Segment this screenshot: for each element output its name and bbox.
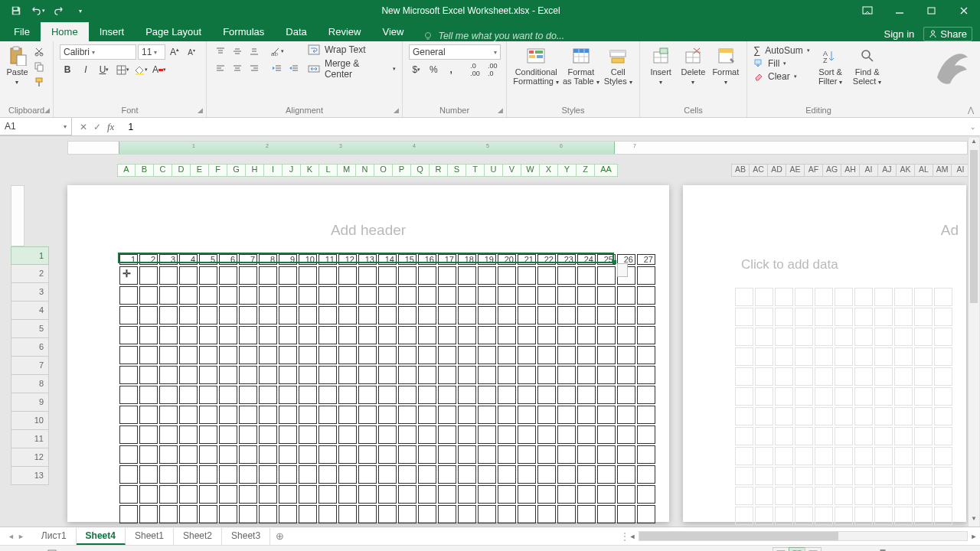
cell[interactable]	[239, 266, 257, 285]
tab-insert[interactable]: Insert	[89, 22, 136, 41]
tab-file[interactable]: File	[3, 22, 41, 41]
cell[interactable]	[458, 386, 476, 404]
cell[interactable]	[438, 386, 456, 404]
cell[interactable]	[498, 465, 516, 484]
cell[interactable]	[498, 266, 516, 285]
cell[interactable]	[597, 326, 616, 344]
cell[interactable]	[577, 386, 596, 404]
cell[interactable]	[159, 326, 178, 344]
column-header[interactable]: S	[448, 164, 466, 177]
cell[interactable]	[259, 366, 277, 384]
tab-page-layout[interactable]: Page Layout	[135, 22, 212, 41]
cell[interactable]	[537, 465, 556, 484]
cell[interactable]	[398, 346, 416, 364]
cell[interactable]	[159, 286, 178, 305]
cell[interactable]	[119, 386, 138, 404]
cell-styles-button[interactable]: Cell Styles ▾	[603, 44, 633, 86]
cell[interactable]	[498, 425, 516, 444]
cell[interactable]	[537, 326, 556, 344]
cell[interactable]	[557, 465, 576, 484]
cut-icon[interactable]	[31, 44, 47, 58]
cell[interactable]	[199, 366, 217, 384]
cell[interactable]	[299, 306, 317, 324]
tab-view[interactable]: View	[371, 22, 414, 41]
column-header[interactable]: W	[521, 164, 540, 177]
cell[interactable]	[518, 266, 536, 285]
cell[interactable]	[597, 346, 616, 364]
cell[interactable]	[259, 445, 277, 464]
tab-review[interactable]: Review	[318, 22, 372, 41]
cell[interactable]	[438, 326, 456, 344]
cell[interactable]	[537, 286, 556, 305]
cell[interactable]	[537, 485, 556, 504]
cell[interactable]	[139, 406, 158, 424]
cell[interactable]	[279, 386, 297, 404]
cell[interactable]	[577, 406, 596, 424]
decrease-indent-icon[interactable]	[270, 61, 285, 75]
cell[interactable]	[199, 306, 217, 324]
cell[interactable]	[518, 445, 536, 464]
cell[interactable]	[557, 445, 576, 464]
cell[interactable]	[438, 465, 456, 484]
cell[interactable]	[318, 266, 337, 285]
cell[interactable]	[259, 425, 277, 444]
cell[interactable]	[318, 505, 337, 523]
cell[interactable]	[378, 306, 397, 324]
sheet-tab[interactable]: Sheet3	[222, 528, 270, 545]
alignment-dialog-launcher-icon[interactable]: ◢	[394, 106, 399, 114]
cell[interactable]	[318, 366, 337, 384]
cell[interactable]	[438, 485, 456, 504]
cell[interactable]	[139, 346, 158, 364]
cell[interactable]	[119, 505, 138, 523]
column-header[interactable]: T	[466, 164, 485, 177]
cell[interactable]	[537, 445, 556, 464]
sheet-tab[interactable]: Sheet1	[126, 528, 174, 545]
autosum-button[interactable]: ∑AutoSum▾	[753, 44, 810, 56]
horizontal-scrollbar[interactable]: ⋮ ◄ ►	[620, 531, 980, 542]
cell[interactable]	[557, 386, 576, 404]
cell[interactable]	[219, 386, 237, 404]
clipboard-dialog-launcher-icon[interactable]: ◢	[44, 106, 50, 114]
tab-home[interactable]: Home	[41, 22, 89, 41]
tab-formulas[interactable]: Formulas	[212, 22, 275, 41]
cell[interactable]	[259, 505, 277, 523]
cell[interactable]	[518, 306, 536, 324]
column-header[interactable]: B	[136, 164, 154, 177]
cell[interactable]	[398, 366, 416, 384]
cell[interactable]	[577, 306, 596, 324]
cell[interactable]	[478, 366, 496, 384]
align-middle-icon[interactable]	[230, 44, 245, 58]
cell[interactable]	[179, 326, 198, 344]
cell[interactable]	[458, 425, 476, 444]
cell[interactable]	[318, 485, 337, 504]
cell[interactable]	[219, 266, 237, 285]
merge-center-button[interactable]: Merge & Center▾	[308, 58, 396, 80]
cell[interactable]	[318, 465, 337, 484]
cell[interactable]	[537, 266, 556, 285]
fill-color-icon[interactable]: ▾	[133, 63, 149, 77]
align-top-icon[interactable]	[213, 44, 228, 58]
cell[interactable]: 27	[637, 254, 655, 265]
cell[interactable]	[418, 326, 436, 344]
row-header[interactable]: 9	[11, 393, 49, 412]
cell[interactable]	[458, 485, 476, 504]
column-header[interactable]: R	[430, 164, 448, 177]
decrease-font-icon[interactable]: A▾	[184, 45, 199, 59]
ribbon-display-options-icon[interactable]	[851, 0, 884, 21]
column-header[interactable]: AA	[595, 164, 618, 177]
column-header[interactable]: AK	[897, 164, 915, 177]
row-header[interactable]: 4	[11, 302, 49, 320]
cell[interactable]	[498, 366, 516, 384]
cell[interactable]	[518, 346, 536, 364]
cell[interactable]	[557, 326, 576, 344]
cell[interactable]	[358, 505, 377, 523]
cell[interactable]	[119, 406, 138, 424]
tell-me-search[interactable]: Tell me what you want to do...	[414, 31, 884, 41]
column-header[interactable]: X	[540, 164, 558, 177]
cell[interactable]	[179, 485, 198, 504]
scroll-down-icon[interactable]: ▼	[969, 515, 979, 527]
cell[interactable]	[259, 386, 277, 404]
cell[interactable]	[338, 386, 357, 404]
column-header[interactable]: A	[117, 164, 136, 177]
cell[interactable]	[577, 326, 596, 344]
